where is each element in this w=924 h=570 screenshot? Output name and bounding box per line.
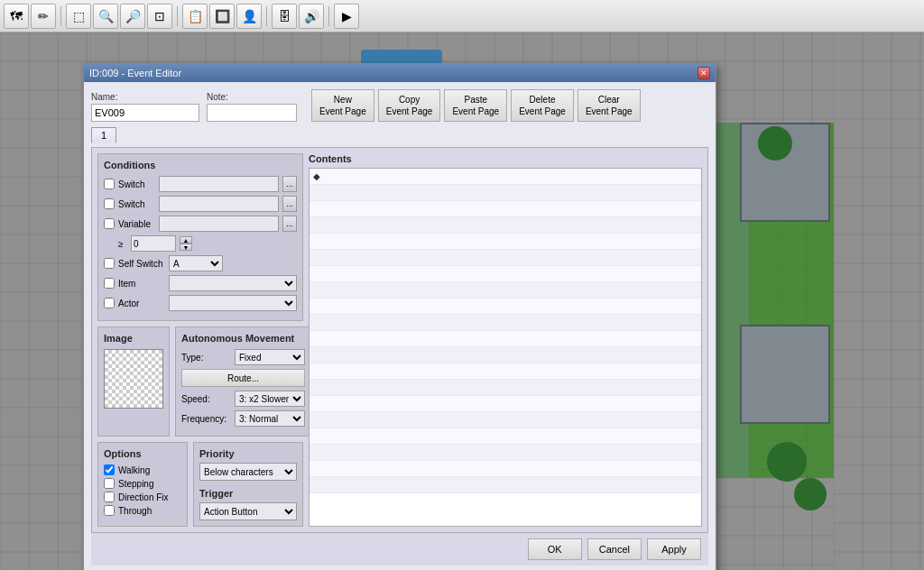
contents-line-19	[310, 461, 701, 477]
contents-line-2	[310, 185, 701, 201]
page-tab-1[interactable]: 1	[91, 127, 116, 143]
route-button[interactable]: Route...	[181, 369, 305, 387]
clear-event-page-button[interactable]: ClearEvent Page	[578, 89, 641, 122]
page-tabs: 1	[91, 127, 708, 143]
switch1-checkbox[interactable]	[104, 179, 115, 189]
stepping-label: Stepping	[118, 479, 153, 489]
tile-button[interactable]: 🔲	[209, 4, 235, 29]
through-checkbox[interactable]	[104, 505, 115, 516]
sound-button[interactable]: 🔊	[299, 4, 324, 29]
item-checkbox[interactable]	[104, 278, 115, 289]
switch2-checkbox[interactable]	[104, 198, 115, 209]
trigger-select[interactable]: Action Button Player Touch Event Touch A…	[199, 502, 297, 520]
variable-label: Variable	[118, 219, 155, 229]
selfswitch-checkbox[interactable]	[104, 258, 115, 269]
play-button[interactable]: ▶	[334, 4, 359, 29]
variable-num-row: ≥ ▲ ▼	[104, 235, 297, 252]
switch1-browse-button[interactable]: ...	[282, 176, 297, 192]
direction-fix-row: Direction Fix	[104, 492, 181, 502]
paste-event-page-button[interactable]: PasteEvent Page	[444, 89, 507, 122]
switch2-field[interactable]	[159, 196, 279, 212]
speed-row: Speed: 1: x8 Slower 2: x4 Slower 3: x2 S…	[181, 391, 305, 407]
main-toolbar: 🗺 ✏ ⬚ 🔍 🔎 ⊡ 📋 🔲 👤 🗄 🔊 ▶	[0, 0, 924, 32]
stepping-checkbox[interactable]	[104, 478, 115, 489]
walking-row: Walking	[104, 464, 181, 475]
contents-line-4	[310, 217, 701, 234]
new-event-page-button[interactable]: NewEvent Page	[311, 89, 374, 122]
item-select[interactable]	[169, 275, 297, 291]
variable-spin-up[interactable]: ▲	[180, 236, 192, 244]
direction-fix-checkbox[interactable]	[104, 492, 115, 502]
variable-field[interactable]	[159, 216, 279, 232]
frequency-select[interactable]: 1: Lowest 2: Lower 3: Normal 4: Higher 5…	[235, 410, 305, 427]
contents-line-10	[310, 315, 701, 331]
char-button[interactable]: 👤	[236, 4, 262, 29]
zoom-reset-button[interactable]: ⊡	[147, 4, 172, 29]
priority-trigger-section: Priority Below characters Same as charac…	[193, 442, 303, 527]
variable-browse-button[interactable]: ...	[282, 216, 297, 232]
type-select[interactable]: Fixed Random Approach Custom	[235, 349, 305, 365]
cancel-button[interactable]: Cancel	[587, 538, 642, 560]
variable-num-input[interactable]	[131, 235, 176, 252]
variable-row: Variable ...	[104, 216, 297, 232]
zoom-in-button[interactable]: 🔍	[93, 4, 118, 29]
dialog-close-button[interactable]: ✕	[698, 67, 710, 79]
contents-line-18	[310, 445, 701, 461]
zoom-out-button[interactable]: 🔎	[120, 4, 145, 29]
conditions-section: Conditions Switch ... Switch ...	[97, 153, 303, 321]
image-preview[interactable]	[104, 349, 163, 409]
apply-button[interactable]: Apply	[647, 538, 701, 560]
contents-line-3	[310, 201, 701, 217]
autonomous-movement-section: Autonomous Movement Type: Fixed Random A…	[175, 326, 311, 437]
contents-line-12	[310, 347, 701, 363]
event-button[interactable]: 📋	[182, 4, 208, 29]
select-button[interactable]: ⬚	[66, 4, 91, 29]
switch1-row: Switch ...	[104, 176, 297, 192]
switch1-field[interactable]	[159, 176, 279, 192]
variable-eq: ≥	[118, 239, 127, 249]
dialog-footer: OK Cancel Apply	[91, 533, 708, 565]
speed-select[interactable]: 1: x8 Slower 2: x4 Slower 3: x2 Slower 4…	[235, 391, 305, 407]
delete-event-page-button[interactable]: DeleteEvent Page	[511, 89, 574, 122]
priority-select[interactable]: Below characters Same as characters Abov…	[199, 463, 297, 481]
new-map-button[interactable]: 🗺	[4, 4, 29, 29]
name-input[interactable]	[91, 104, 199, 122]
options-section: Options Walking Stepping Direction Fix	[97, 442, 188, 527]
contents-line-20	[310, 477, 701, 493]
variable-spin-down[interactable]: ▼	[180, 244, 192, 251]
contents-line-8	[310, 282, 701, 299]
type-row: Type: Fixed Random Approach Custom	[181, 349, 305, 365]
dialog-header: Name: Note: NewEvent Page CopyEvent Page…	[91, 89, 708, 122]
toolbar-separator-2	[177, 6, 178, 26]
switch2-browse-button[interactable]: ...	[282, 196, 297, 212]
image-section: Image	[97, 326, 170, 437]
through-label: Through	[118, 506, 152, 516]
contents-line-16	[310, 412, 701, 428]
dialog-body: Name: Note: NewEvent Page CopyEvent Page…	[84, 82, 716, 570]
ok-button[interactable]: OK	[528, 538, 582, 560]
actor-checkbox[interactable]	[104, 298, 115, 308]
selfswitch-row: Self Switch A B C D	[104, 255, 297, 271]
toolbar-separator-3	[266, 6, 267, 26]
tree-7	[758, 126, 792, 161]
diamond-bullet: ◆	[313, 171, 320, 181]
item-label: Item	[118, 279, 165, 289]
left-panel: Conditions Switch ... Switch ...	[97, 153, 303, 527]
walking-checkbox[interactable]	[104, 464, 115, 475]
item-row: Item	[104, 275, 297, 291]
selfswitch-select[interactable]: A B C D	[169, 255, 223, 271]
copy-event-page-button[interactable]: CopyEvent Page	[378, 89, 441, 122]
database-button[interactable]: 🗄	[272, 4, 297, 29]
stepping-row: Stepping	[104, 478, 181, 489]
direction-fix-label: Direction Fix	[118, 492, 169, 502]
name-field-group: Name:	[91, 92, 199, 122]
type-label: Type:	[181, 353, 231, 363]
contents-line-14	[310, 380, 701, 396]
variable-checkbox[interactable]	[104, 218, 115, 229]
pencil-button[interactable]: ✏	[31, 4, 56, 29]
switch2-label: Switch	[118, 199, 155, 209]
contents-line-13	[310, 363, 701, 380]
actor-select[interactable]	[169, 295, 297, 311]
note-input[interactable]	[207, 104, 297, 122]
contents-area[interactable]: ◆	[309, 168, 702, 527]
